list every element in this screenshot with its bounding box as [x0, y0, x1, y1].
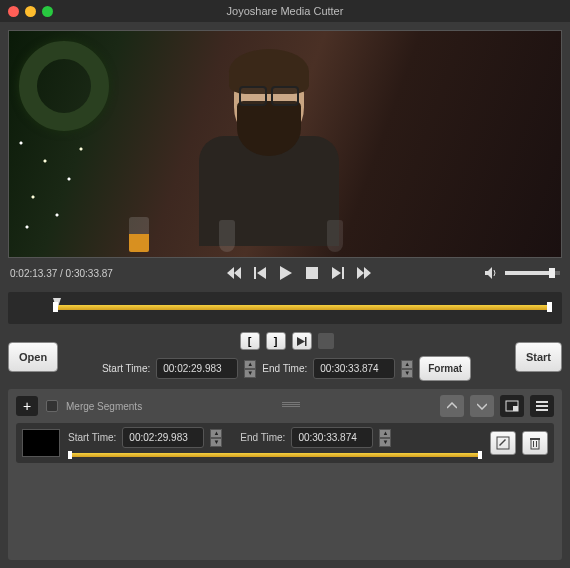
segment-timeline[interactable]: [68, 453, 482, 457]
app-window: Joyoshare Media Cutter 0:02:13.37 / 0:30…: [0, 0, 570, 568]
playback-bar: 0:02:13.37 / 0:30:33.87: [0, 258, 570, 288]
play-segment-button[interactable]: [292, 332, 312, 350]
volume-slider[interactable]: [505, 271, 560, 275]
merge-segments-checkbox[interactable]: [46, 400, 58, 412]
segment-row[interactable]: Start Time: ▲ ▼ End Time: ▲ ▼: [16, 423, 554, 463]
bracket-row: [ ]: [240, 332, 334, 350]
svg-rect-1: [306, 267, 318, 279]
svg-rect-2: [342, 267, 344, 279]
titlebar: Joyoshare Media Cutter: [0, 0, 570, 22]
volume-icon[interactable]: [485, 267, 499, 279]
trim-time-row: Start Time: ▲ ▼ End Time: ▲ ▼ Format: [102, 356, 471, 381]
collapse-up-button[interactable]: [440, 395, 464, 417]
center-controls: [ ] Start Time: ▲ ▼ End Time: ▲ ▼ Format: [66, 332, 507, 381]
edit-segment-button[interactable]: [490, 431, 516, 455]
segment-end-down[interactable]: ▼: [379, 438, 391, 447]
stop-segment-indicator: [318, 333, 334, 349]
segment-trim-start[interactable]: [68, 451, 72, 459]
collapse-down-button[interactable]: [470, 395, 494, 417]
end-time-up[interactable]: ▲: [401, 360, 413, 369]
segment-thumbnail: [22, 429, 60, 457]
merge-segments-label: Merge Segments: [66, 401, 142, 412]
start-button[interactable]: Start: [515, 342, 562, 372]
svg-rect-8: [536, 409, 548, 411]
svg-rect-3: [305, 337, 307, 346]
end-time-input[interactable]: [313, 358, 395, 379]
delete-segment-button[interactable]: [522, 431, 548, 455]
volume-control: [485, 267, 560, 279]
window-title: Joyoshare Media Cutter: [0, 5, 570, 17]
svg-rect-5: [513, 406, 518, 411]
end-time-spinner: ▲ ▼: [401, 360, 413, 378]
segments-header: + Merge Segments: [16, 395, 554, 417]
panel-grip[interactable]: [282, 402, 300, 410]
segment-start-spinner: ▲ ▼: [210, 429, 222, 447]
start-time-input[interactable]: [156, 358, 238, 379]
svg-rect-0: [254, 267, 256, 279]
start-time-label: Start Time:: [102, 363, 150, 374]
time-display: 0:02:13.37 / 0:30:33.87: [10, 268, 113, 279]
start-time-down[interactable]: ▼: [244, 369, 256, 378]
segment-end-label: End Time:: [240, 432, 285, 443]
timeline[interactable]: [18, 300, 552, 314]
end-time-down[interactable]: ▼: [401, 369, 413, 378]
segment-end-spinner: ▲ ▼: [379, 429, 391, 447]
video-frame: [9, 31, 561, 257]
svg-rect-11: [530, 438, 540, 440]
start-time-spinner: ▲ ▼: [244, 360, 256, 378]
segment-start-input[interactable]: [122, 427, 204, 448]
play-button[interactable]: [277, 264, 295, 282]
segment-content: Start Time: ▲ ▼ End Time: ▲ ▼: [68, 427, 482, 459]
stop-button[interactable]: [303, 264, 321, 282]
rewind-button[interactable]: [225, 264, 243, 282]
list-mode-button[interactable]: [530, 395, 554, 417]
segment-start-label: Start Time:: [68, 432, 116, 443]
segment-trim-end[interactable]: [478, 451, 482, 459]
svg-rect-7: [536, 405, 548, 407]
format-button[interactable]: Format: [419, 356, 471, 381]
set-start-bracket-button[interactable]: [: [240, 332, 260, 350]
frame-forward-button[interactable]: [329, 264, 347, 282]
segment-times: Start Time: ▲ ▼ End Time: ▲ ▼: [68, 427, 482, 448]
frame-back-button[interactable]: [251, 264, 269, 282]
video-preview[interactable]: [8, 30, 562, 258]
segment-start-down[interactable]: ▼: [210, 438, 222, 447]
svg-rect-6: [536, 401, 548, 403]
timeline-strip: [8, 292, 562, 324]
preview-mode-button[interactable]: [500, 395, 524, 417]
add-segment-button[interactable]: +: [16, 396, 38, 416]
open-button[interactable]: Open: [8, 342, 58, 372]
segments-panel: + Merge Segments Start Time:: [8, 389, 562, 560]
trim-handle-end[interactable]: [547, 302, 552, 312]
start-time-up[interactable]: ▲: [244, 360, 256, 369]
playback-controls: [113, 264, 485, 282]
main-controls: Open [ ] Start Time: ▲ ▼ End Time: ▲ ▼: [0, 328, 570, 389]
segments-header-right: [440, 395, 554, 417]
svg-rect-10: [531, 439, 539, 449]
segment-actions: [490, 431, 548, 455]
set-end-bracket-button[interactable]: ]: [266, 332, 286, 350]
end-time-label: End Time:: [262, 363, 307, 374]
fast-forward-button[interactable]: [355, 264, 373, 282]
trim-handle-start[interactable]: [53, 302, 58, 312]
segment-end-up[interactable]: ▲: [379, 429, 391, 438]
segment-start-up[interactable]: ▲: [210, 429, 222, 438]
segment-end-input[interactable]: [291, 427, 373, 448]
